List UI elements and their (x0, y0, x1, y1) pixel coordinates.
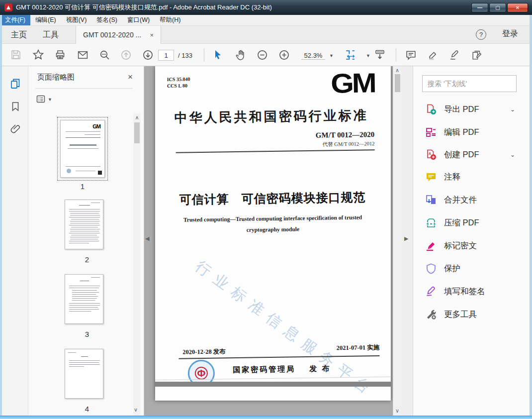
tool-redact[interactable]: 标记密文 (413, 234, 530, 257)
document-scrollbar[interactable]: ∧ ∨ (393, 66, 401, 416)
bookmarks-rail-icon[interactable] (9, 100, 22, 113)
zoom-level-value[interactable]: 52.3% (301, 52, 325, 60)
tool-more-tools[interactable]: 更多工具 (413, 303, 530, 326)
thumbnail-options-icon[interactable]: ▼ (36, 94, 55, 105)
tool-export-pdf[interactable]: 导出 PDF ⌄ (413, 98, 530, 121)
tab-home[interactable]: 主页 (4, 26, 34, 44)
maximize-button[interactable]: ▢ (489, 3, 506, 12)
next-page-icon[interactable] (140, 47, 156, 63)
reading-mode-icon[interactable] (372, 47, 388, 63)
tool-edit-pdf[interactable]: 编辑 PDF (413, 121, 530, 144)
zoom-in-icon[interactable] (276, 47, 292, 63)
collapse-left-panel-icon[interactable]: ◀ (145, 235, 149, 242)
thumbnail-scrollbar[interactable]: ∧ (133, 113, 141, 416)
comment-tool-icon[interactable] (403, 47, 419, 63)
thumbnail-4-number: 4 (63, 405, 111, 413)
tool-label: 压缩 PDF (444, 217, 479, 228)
menu-sign[interactable]: 签名(S) (91, 15, 122, 25)
fit-dropdown-caret-icon[interactable]: ▼ (366, 53, 370, 58)
thumbnail-panel: 页面缩略图 × ▼ GM 1 (28, 66, 144, 416)
pdf-page[interactable]: ICS 35.040 CCS L 80 GM 中华人民共和国密码行业标准 GM/… (155, 66, 391, 401)
expand-right-panel-icon[interactable]: ▶ (404, 235, 408, 242)
tool-compress-pdf[interactable]: 压缩 PDF (413, 211, 530, 234)
title-bar: GMT 0012-2020 可信计算 可信密码模块接口规范.pdf - Adob… (0, 0, 532, 15)
select-tool-icon[interactable] (210, 47, 226, 63)
zoom-out-icon[interactable] (254, 47, 270, 63)
menu-edit[interactable]: 编辑(E) (30, 15, 61, 25)
help-icon[interactable]: ? (476, 29, 486, 40)
tool-label: 更多工具 (444, 309, 477, 320)
tool-label: 注释 (444, 172, 460, 183)
chevron-down-icon[interactable]: ⌄ (510, 106, 515, 113)
fill-sign-tool-icon[interactable] (468, 47, 484, 63)
tool-fill-sign[interactable]: 填写和签名 (413, 280, 530, 303)
zoom-dropdown-caret-icon[interactable]: ▼ (329, 53, 334, 58)
doc-scrollbar-thumb[interactable] (395, 74, 400, 92)
tool-combine-files[interactable]: 合并文件 (413, 189, 530, 211)
tab-tools[interactable]: 工具 (36, 26, 66, 44)
thumbnail-panel-title: 页面缩略图 (37, 73, 75, 82)
print-icon[interactable] (52, 47, 68, 63)
toolbar-divider (204, 48, 204, 62)
replaces-note: 代替 GM/T 0012—2012 (323, 140, 375, 148)
thumbnail-page-4[interactable]: 4 (63, 349, 111, 399)
favorites-star-icon[interactable] (30, 47, 46, 63)
sign-in-button[interactable]: 登录 (502, 29, 518, 39)
save-icon[interactable] (8, 47, 24, 63)
tool-create-pdf[interactable]: A 创建 PDF ⌄ (413, 143, 530, 166)
menu-help[interactable]: 帮助(H) (155, 15, 185, 25)
hand-tool-icon[interactable] (232, 47, 248, 63)
scroll-down-icon[interactable]: ∨ (130, 407, 142, 413)
scroll-up-icon[interactable]: ∧ (133, 114, 141, 121)
menu-window[interactable]: 窗口(W) (122, 15, 155, 25)
attachments-rail-icon[interactable] (9, 122, 22, 135)
menu-view[interactable]: 视图(V) (61, 15, 92, 25)
tab-document[interactable]: GMT 0012-2020 ... × (76, 26, 161, 44)
tool-label: 编辑 PDF (444, 127, 479, 138)
more-tools-icon (425, 309, 437, 320)
tool-protect[interactable]: 保护 (413, 257, 530, 280)
thumbnail-3-number: 3 (63, 330, 111, 338)
menu-bar: 文件(F) 编辑(E) 视图(V) 签名(S) 窗口(W) 帮助(H) (0, 15, 532, 26)
toolbar: / 133 52.3% ▼ ▼ (0, 44, 532, 66)
tool-label: 导出 PDF (444, 104, 479, 115)
combine-files-icon (425, 194, 437, 206)
document-title-en: Trusted computing—Trusted computing inte… (165, 212, 381, 237)
scrollbar-thumb[interactable] (134, 122, 140, 143)
watermark-text: 行业标准信息服务平台 (191, 256, 379, 402)
fit-width-icon[interactable] (342, 47, 358, 63)
thumbnail-page-2[interactable]: 2 (63, 200, 111, 249)
thumbnail-1-page: GM (60, 120, 105, 178)
tools-panel: 导出 PDF ⌄ 编辑 PDF A 创建 PDF ⌄ 注释 合并文件 (413, 66, 530, 416)
doc-tab-close-icon[interactable]: × (150, 31, 154, 39)
previous-page-icon[interactable] (118, 47, 134, 63)
chevron-down-icon[interactable]: ⌄ (510, 151, 515, 158)
close-button[interactable]: ✕ (507, 3, 528, 12)
menu-file[interactable]: 文件(F) (0, 15, 30, 25)
thumbnail-panel-close-icon[interactable]: × (128, 72, 133, 82)
header-rule (176, 149, 375, 153)
thumbnail-page-1[interactable]: GM 1 (59, 118, 106, 179)
tool-label: 创建 PDF (444, 149, 479, 160)
document-pane: ICS 35.040 CCS L 80 GM 中华人民共和国密码行业标准 GM/… (144, 66, 401, 416)
page-number-input[interactable] (158, 50, 174, 61)
sign-tool-icon[interactable] (446, 47, 462, 63)
highlight-tool-icon[interactable] (425, 47, 441, 63)
doc-scroll-up-icon[interactable]: ∧ (393, 67, 401, 74)
page-thumbnails-rail-icon[interactable] (9, 77, 22, 90)
tools-search-input[interactable] (422, 75, 517, 92)
minimize-button[interactable]: — (471, 3, 488, 12)
thumbnail-4-page (65, 349, 103, 399)
thumbnail-1-number: 1 (59, 182, 106, 191)
tool-comment[interactable]: 注释 (413, 166, 530, 189)
email-icon[interactable] (75, 47, 90, 63)
edit-pdf-icon (425, 126, 437, 138)
tool-label: 保护 (444, 263, 460, 274)
doc-scroll-down-icon[interactable]: ∨ (393, 408, 401, 414)
thumbnail-2-page (65, 200, 103, 249)
thumbnail-page-3[interactable]: 3 (63, 274, 111, 324)
svg-text:A: A (429, 152, 431, 155)
search-icon[interactable] (96, 47, 112, 63)
compress-pdf-icon (425, 217, 437, 229)
toolbar-divider (396, 48, 396, 62)
